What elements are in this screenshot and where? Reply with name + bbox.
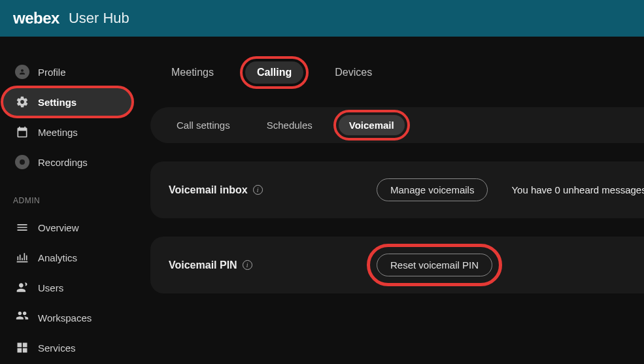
sidebar-item-meetings[interactable]: Meetings: [3, 118, 132, 146]
sidebar-item-profile[interactable]: Profile: [3, 58, 132, 86]
menu-icon: [14, 220, 30, 235]
sidebar-item-label: Profile: [38, 67, 66, 78]
info-icon[interactable]: i: [253, 185, 263, 195]
sidebar-item-users[interactable]: Users: [3, 273, 132, 302]
section-title-text: Voicemail inbox: [169, 184, 248, 196]
subtab-voicemail[interactable]: Voicemail: [339, 115, 405, 135]
webex-logo: webex: [13, 9, 59, 27]
sidebar-item-label: Overview: [38, 222, 79, 233]
manage-voicemails-button[interactable]: Manage voicemails: [377, 178, 488, 201]
sidebar-item-label: Users: [38, 282, 63, 293]
record-icon: [14, 154, 30, 170]
subtab-call-settings[interactable]: Call settings: [166, 115, 241, 135]
grid-icon: [14, 340, 30, 356]
sidebar-item-analytics[interactable]: Analytics: [3, 243, 132, 272]
workspaces-icon: [14, 310, 30, 325]
sidebar-item-label: Meetings: [38, 127, 78, 138]
calendar-icon: [14, 124, 30, 140]
tab-calling[interactable]: Calling: [245, 61, 303, 84]
hub-title: User Hub: [69, 10, 129, 27]
sidebar-item-label: Analytics: [38, 252, 77, 263]
reset-voicemail-pin-button[interactable]: Reset voicemail PIN: [377, 254, 492, 276]
subtabs-row: Call settings Schedules Voicemail: [150, 107, 644, 143]
sidebar-item-workspaces[interactable]: Workspaces: [3, 303, 132, 332]
sidebar-section-admin: ADMIN: [0, 178, 137, 212]
sidebar-item-settings[interactable]: Settings: [3, 88, 132, 116]
voicemail-pin-title: Voicemail PIN i: [169, 259, 365, 271]
voicemail-pin-section: Voicemail PIN i Reset voicemail PIN: [150, 237, 644, 293]
sidebar-item-label: Settings: [38, 97, 76, 108]
voicemail-inbox-section: Voicemail inbox i Manage voicemails You …: [150, 161, 644, 218]
sidebar-item-label: Recordings: [38, 157, 88, 168]
app-header: webex User Hub: [0, 0, 644, 37]
sidebar-item-label: Workspaces: [38, 312, 92, 323]
sidebar-item-services[interactable]: Services: [3, 333, 132, 362]
unheard-messages-status: You have 0 unheard messages: [511, 184, 644, 195]
sidebar-item-recordings[interactable]: Recordings: [3, 148, 132, 176]
section-title-text: Voicemail PIN: [169, 259, 237, 271]
chart-icon: [14, 250, 30, 265]
user-icon: [14, 64, 30, 80]
subtab-schedules[interactable]: Schedules: [256, 115, 323, 135]
users-icon: [14, 280, 30, 295]
gear-icon: [14, 94, 30, 110]
sidebar: Profile Settings Meetings Recordings ADM…: [0, 37, 137, 364]
main-content: Meetings Calling Devices Call settings S…: [137, 37, 644, 364]
voicemail-inbox-title: Voicemail inbox i: [169, 184, 365, 196]
info-icon[interactable]: i: [243, 260, 252, 270]
tabs-row: Meetings Calling Devices: [150, 56, 644, 89]
sidebar-item-label: Services: [38, 342, 76, 354]
tab-devices[interactable]: Devices: [323, 61, 384, 84]
tab-meetings[interactable]: Meetings: [160, 61, 226, 84]
sidebar-item-overview[interactable]: Overview: [3, 213, 132, 242]
